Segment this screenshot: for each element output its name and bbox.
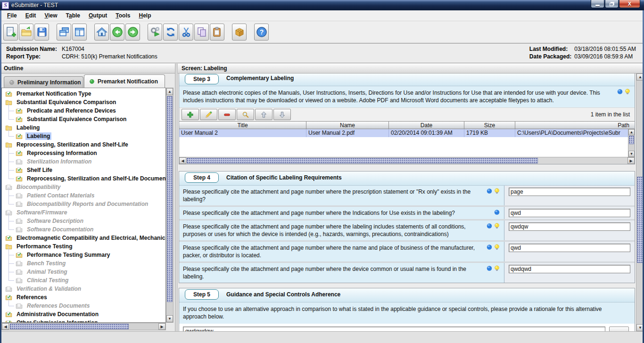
tree-item[interactable]: Substantial Equivalence Comparison	[2, 115, 165, 123]
folder-disabled-icon	[15, 201, 23, 208]
window-left-edge	[0, 10, 1, 343]
tree-item[interactable]: Reprocessing, Sterilization and Shelf-Li…	[2, 174, 165, 183]
tree-item[interactable]: Reprocessing Information	[2, 149, 165, 157]
citation-input[interactable]	[509, 265, 630, 273]
close-button[interactable]: X	[619, 0, 640, 8]
new-document-button[interactable]	[3, 24, 18, 41]
tree-item[interactable]: Premarket Notification Type	[2, 90, 165, 98]
scroll-left-button[interactable]: ◀	[2, 323, 9, 330]
tree-item[interactable]: Predicate and Reference Devices	[2, 106, 165, 115]
tab-preliminary-information[interactable]: Preliminary Information	[4, 76, 83, 88]
tree-item[interactable]: Animal Testing	[2, 268, 165, 276]
column-header[interactable]: Size	[464, 122, 515, 129]
folder-check-icon	[5, 311, 13, 318]
run-button[interactable]	[148, 24, 162, 41]
tree-item[interactable]: References Documents	[2, 302, 165, 310]
column-header[interactable]: Date	[389, 122, 464, 129]
scroll-thumb[interactable]	[167, 96, 173, 302]
scroll-down-button[interactable]: ▼	[628, 151, 635, 157]
menu-item-view[interactable]: View	[40, 11, 61, 20]
forward-button[interactable]	[125, 24, 140, 41]
scroll-thumb[interactable]	[10, 324, 129, 329]
menu-item-help[interactable]: Help	[134, 11, 155, 20]
tree-item[interactable]: Software Description	[2, 217, 165, 225]
split-view-button[interactable]	[72, 24, 87, 41]
new-document-icon	[5, 26, 17, 38]
tree-item[interactable]: Biocompatibility Reports and Documentati…	[2, 200, 165, 208]
scroll-up-button[interactable]: ▲	[628, 129, 635, 135]
tree-item[interactable]: Electromagnetic Compatibility and Electr…	[2, 234, 165, 242]
tree-item[interactable]: Reprocessing, Sterilization and Shelf-Li…	[2, 140, 165, 149]
table-row[interactable]: User Manual 2User Manual 2.pdf02/20/2014…	[179, 129, 635, 137]
tree-item[interactable]: Labeling	[2, 132, 165, 140]
tab-premarket-notification[interactable]: Premarket Notification	[84, 74, 165, 88]
bulb-icon	[494, 222, 500, 229]
restore-button[interactable]	[605, 0, 619, 8]
save-button[interactable]	[34, 24, 49, 41]
menu-item-tools[interactable]: Tools	[111, 11, 134, 20]
scroll-left-button[interactable]: ◀	[179, 157, 186, 164]
scroll-thumb[interactable]	[187, 158, 538, 163]
question-hint-icons	[494, 209, 500, 216]
scroll-thumb[interactable]	[629, 136, 634, 144]
citation-input[interactable]	[509, 188, 630, 196]
menu-item-file[interactable]: File	[3, 11, 21, 20]
package-button[interactable]	[232, 24, 247, 41]
tree-item[interactable]: Sterilization Information	[2, 157, 165, 166]
tree-item[interactable]: Clinical Testing	[2, 276, 165, 285]
back-button[interactable]	[110, 24, 124, 41]
tree-item[interactable]: Other Submission Information	[2, 318, 165, 323]
remove-button[interactable]	[218, 109, 236, 120]
tree-item[interactable]: Performance Testing Summary	[2, 251, 165, 259]
cut-button[interactable]	[179, 24, 193, 41]
tree-item[interactable]: Bench Testing	[2, 259, 165, 268]
table-horizontal-scrollbar[interactable]: ◀ ▶	[179, 157, 635, 164]
minimize-button[interactable]	[591, 0, 604, 8]
home-icon	[96, 26, 107, 38]
tree-item[interactable]: Administrative Documentation	[2, 310, 165, 318]
edit-button[interactable]	[200, 109, 217, 120]
submission-info-left: Submission Name: K167004 Report Type: CD…	[6, 46, 157, 61]
home-button[interactable]	[94, 24, 109, 41]
column-header[interactable]: Name	[306, 122, 389, 129]
cascade-windows-button[interactable]	[57, 24, 71, 41]
expand-button[interactable]	[609, 327, 629, 331]
add-button[interactable]	[182, 109, 199, 120]
tree-item[interactable]: Software Documentation	[2, 225, 165, 234]
open-folder-button[interactable]	[19, 24, 33, 41]
outline-vertical-scrollbar[interactable]: ▲ ▼	[166, 88, 173, 323]
copy-button[interactable]	[194, 24, 209, 41]
table-vertical-scrollbar[interactable]: ▲ ▼	[628, 129, 635, 157]
menu-item-table[interactable]: Table	[62, 11, 84, 20]
move-down-button[interactable]	[273, 109, 291, 120]
tree-item[interactable]: Shelf Life	[2, 166, 165, 174]
scroll-right-button[interactable]: ▶	[158, 323, 165, 330]
folder-disabled-icon	[15, 218, 23, 225]
rationale-textarea[interactable]: qwdqwdqw	[183, 327, 605, 331]
menu-item-output[interactable]: Output	[84, 11, 111, 20]
scroll-right-button[interactable]: ▶	[627, 157, 635, 164]
refresh-button[interactable]	[163, 24, 178, 41]
scroll-up-button[interactable]: ▲	[166, 88, 173, 95]
tree-item[interactable]: Labeling	[2, 123, 165, 132]
citation-input[interactable]	[509, 209, 630, 217]
move-up-button[interactable]	[255, 109, 272, 120]
citation-input[interactable]	[509, 222, 630, 231]
citation-input[interactable]	[509, 244, 630, 252]
tree-item[interactable]: Substantial Equivalence Comparison	[2, 98, 165, 106]
table-header-row: TitleNameDateSizePath	[179, 121, 635, 129]
tree-item[interactable]: Biocompatibility	[2, 183, 165, 191]
view-button[interactable]	[237, 109, 254, 120]
column-header[interactable]: Title	[179, 122, 306, 129]
tree-item[interactable]: Performance Testing	[2, 242, 165, 251]
scroll-down-button[interactable]: ▼	[166, 315, 173, 322]
column-header[interactable]: Path	[515, 122, 635, 129]
tree-item[interactable]: Verification & Validation	[2, 285, 165, 293]
help-button[interactable]: ?	[254, 24, 269, 41]
paste-button[interactable]	[210, 24, 224, 41]
outline-horizontal-scrollbar[interactable]: ◀ ▶	[1, 323, 166, 330]
tree-item[interactable]: References	[2, 293, 165, 302]
tree-item[interactable]: Patient Contact Materials	[2, 191, 165, 200]
tree-item[interactable]: Software/Firmware	[2, 208, 165, 217]
menu-item-edit[interactable]: Edit	[21, 11, 41, 20]
